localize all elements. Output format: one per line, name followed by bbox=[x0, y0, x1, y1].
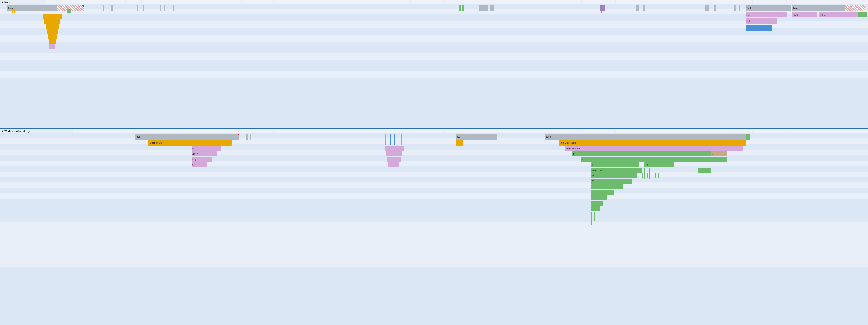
worker-w-block[interactable]: W bbox=[591, 173, 637, 178]
worker-triangle-icon: ▼ bbox=[1, 130, 3, 132]
worker-gee-block[interactable]: ge...e bbox=[191, 151, 217, 156]
worker-gray-marker-2b bbox=[483, 134, 484, 140]
main-purple-block[interactable] bbox=[49, 44, 55, 49]
worker-v-block[interactable]: V bbox=[591, 179, 632, 184]
worker-task-3[interactable]: Task bbox=[545, 134, 750, 140]
main-gray-marker-7 bbox=[173, 5, 175, 11]
main-green-block-1[interactable] bbox=[67, 9, 71, 13]
main-task-right-2[interactable]: Task bbox=[792, 5, 865, 11]
worker-function-call-label: Function Call bbox=[149, 142, 163, 144]
main-gray-marker-13 bbox=[714, 5, 716, 11]
main-gold-block-6[interactable] bbox=[49, 39, 56, 44]
main-track-row-11 bbox=[0, 78, 868, 128]
worker-purple-stack-1[interactable] bbox=[385, 146, 404, 151]
worker-e-thin-3 bbox=[649, 168, 650, 179]
worker-e-thin-2 bbox=[647, 168, 647, 179]
main-purple-marker-2 bbox=[601, 9, 602, 13]
worker-anonymous[interactable]: (anonymous) bbox=[565, 146, 743, 151]
main-gray-marker-14 bbox=[734, 5, 736, 11]
main-gold-block-1[interactable] bbox=[43, 14, 62, 19]
worker-e-block[interactable]: _e bbox=[644, 162, 674, 168]
worker-ft-label: ft bbox=[573, 153, 575, 155]
worker-paren-block[interactable]: (...) bbox=[191, 157, 212, 162]
worker-anonymous-label: (anonymous) bbox=[566, 147, 580, 150]
worker-anous-block[interactable]: (ano...ous) bbox=[591, 168, 642, 173]
main-gray-marker-9 bbox=[490, 5, 494, 11]
main-triangle-icon: ▼ bbox=[1, 1, 3, 3]
worker-gold-t[interactable] bbox=[456, 140, 463, 146]
main-task-right-2-label: Task bbox=[793, 7, 798, 9]
worker-e-thin-1 bbox=[644, 168, 645, 179]
main-green-pair-2 bbox=[462, 5, 464, 11]
worker-task-1[interactable]: Task bbox=[134, 134, 239, 140]
main-gold-block-2[interactable] bbox=[44, 19, 60, 24]
worker-task-3-label: Task bbox=[546, 136, 551, 138]
worker-purple-stack-4[interactable] bbox=[388, 162, 399, 168]
worker-gray-marker-2a bbox=[479, 134, 480, 140]
main-gold-block-3[interactable] bbox=[45, 24, 59, 29]
worker-function-call[interactable]: Function Call bbox=[148, 140, 231, 146]
main-re-block[interactable]: R...e bbox=[792, 12, 817, 17]
main-blue-block[interactable] bbox=[746, 25, 772, 31]
main-track-row-3 bbox=[0, 14, 868, 21]
main-thin-marker-right bbox=[778, 12, 778, 32]
main-section-label: Main bbox=[4, 1, 10, 3]
worker-z-block[interactable]: z bbox=[591, 162, 639, 168]
main-green-pair-1 bbox=[459, 5, 461, 11]
worker-track-bg-14 bbox=[0, 222, 868, 267]
main-track-row-5 bbox=[0, 28, 868, 35]
main-track-row-6 bbox=[0, 35, 868, 41]
worker-blue-marker-1 bbox=[390, 134, 391, 145]
main-marker-gold-2 bbox=[14, 9, 14, 13]
worker-thin-many-2 bbox=[593, 212, 593, 223]
worker-run-microtasks[interactable]: Run Microtasks bbox=[559, 140, 746, 146]
worker-lt-block[interactable]: lt bbox=[581, 157, 727, 162]
worker-task-2[interactable]: T... bbox=[456, 134, 497, 140]
worker-gold-marker-1 bbox=[385, 134, 386, 145]
main-gray-marker-15 bbox=[739, 5, 740, 11]
worker-gray-marker-2c bbox=[487, 134, 488, 140]
main-task-1[interactable]: Task bbox=[7, 5, 84, 11]
main-marker-green-1 bbox=[17, 9, 17, 13]
worker-section-header[interactable]: ▼ Worker: exif-worker.js bbox=[0, 129, 73, 133]
main-re-label: R...e bbox=[793, 13, 798, 16]
worker-ft-block[interactable]: ft (... bbox=[572, 151, 727, 156]
main-task-right-1[interactable]: Task bbox=[746, 5, 791, 11]
worker-z-label: z bbox=[592, 164, 593, 166]
worker-purple-stack-3[interactable] bbox=[387, 157, 401, 162]
main-section-header[interactable]: ▼ Main bbox=[0, 0, 45, 4]
worker-v-sub-4[interactable] bbox=[591, 201, 603, 206]
main-fi-block[interactable]: F...l bbox=[746, 12, 786, 17]
worker-v-sub-3[interactable] bbox=[591, 195, 608, 200]
main-marker-blue-2 bbox=[9, 9, 10, 13]
worker-as-block[interactable]: (a...s) bbox=[191, 146, 221, 151]
worker-o-block[interactable]: o bbox=[698, 168, 711, 173]
main-purple-marker bbox=[600, 5, 604, 11]
main-lat-block[interactable]: La...t bbox=[819, 12, 863, 17]
worker-f-label: f... bbox=[192, 164, 195, 166]
worker-f-block[interactable]: f... bbox=[191, 162, 208, 168]
worker-track-bg-8 bbox=[0, 172, 868, 177]
worker-thin-blue-1 bbox=[210, 162, 210, 172]
worker-task-1-label: Task bbox=[135, 136, 141, 138]
worker-purple-stack-2[interactable] bbox=[386, 151, 402, 156]
main-paren-block[interactable]: (...) bbox=[746, 18, 777, 24]
main-gray-marker-5 bbox=[160, 5, 161, 11]
main-gold-block-4[interactable] bbox=[47, 29, 58, 34]
main-lat-label: La...t bbox=[820, 13, 825, 16]
main-gray-marker-2 bbox=[111, 5, 113, 11]
worker-track-bg-15 bbox=[0, 267, 868, 325]
main-gold-block-5[interactable] bbox=[48, 34, 57, 39]
main-track-row-7 bbox=[0, 41, 868, 53]
worker-v-sub-2[interactable] bbox=[591, 190, 614, 195]
main-gray-marker-12 bbox=[705, 5, 709, 11]
worker-w-label: W bbox=[592, 175, 594, 177]
main-marker-gold-1 bbox=[12, 9, 13, 13]
worker-thin-green-8 bbox=[658, 173, 659, 178]
worker-v-sub-5[interactable] bbox=[591, 206, 600, 211]
worker-thin-green-7 bbox=[655, 173, 656, 178]
worker-thin-many-1 bbox=[591, 212, 592, 225]
worker-task-2-label: T... bbox=[457, 136, 460, 138]
worker-track-bg-12 bbox=[0, 194, 868, 199]
worker-v-sub-1[interactable] bbox=[591, 184, 623, 189]
